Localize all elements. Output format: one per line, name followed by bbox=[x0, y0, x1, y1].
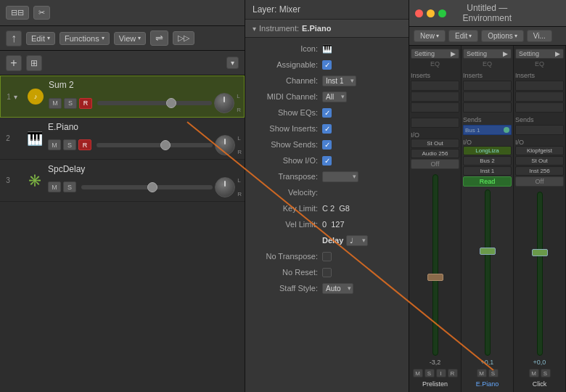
show-eqs-checkbox[interactable]: ✓ bbox=[322, 108, 332, 118]
prop-row-show-sends: Show Sends: ✓ bbox=[245, 136, 409, 152]
volume-fader-vertical[interactable] bbox=[485, 189, 491, 356]
no-reset-checkbox[interactable] bbox=[322, 268, 332, 277]
instrument-icon-display: 🎹 bbox=[322, 44, 332, 54]
solo-button[interactable]: S bbox=[63, 181, 76, 192]
record-button[interactable]: R bbox=[79, 98, 92, 109]
fader-channel: -3,2 bbox=[411, 171, 459, 367]
eq-label: EQ bbox=[535, 60, 544, 68]
mute-button[interactable]: M bbox=[477, 369, 487, 377]
volume-fader-vertical[interactable] bbox=[537, 192, 543, 356]
channel-select-wrapper: Inst 1 bbox=[322, 75, 356, 86]
delay-track-icon: ✳️ bbox=[25, 171, 45, 191]
midi-channel-select[interactable]: All bbox=[322, 91, 347, 102]
view-label: Vi... bbox=[533, 32, 546, 40]
functions-button[interactable]: Functions ▾ bbox=[60, 32, 110, 45]
mute-button[interactable]: M bbox=[413, 369, 423, 377]
delay-select[interactable]: ♩ bbox=[346, 235, 368, 246]
maximize-button[interactable] bbox=[438, 9, 446, 17]
staff-style-select[interactable]: Auto bbox=[322, 283, 353, 294]
edit-chevron-icon: ▾ bbox=[47, 35, 50, 41]
automation-off-button[interactable]: Off bbox=[411, 159, 459, 169]
insert-slot bbox=[515, 81, 564, 91]
mixer-channels: Setting ▶ EQ Inserts I/O St Out Audio 25… bbox=[409, 46, 566, 392]
lr-label: L R bbox=[237, 135, 242, 155]
close-button[interactable] bbox=[415, 9, 423, 17]
track-name: Sum 2 bbox=[49, 80, 241, 90]
mute-button[interactable]: M bbox=[48, 139, 61, 150]
solo-button[interactable]: S bbox=[488, 369, 499, 377]
fader-thumb bbox=[147, 182, 157, 192]
scissors-button[interactable]: ✂ bbox=[33, 6, 50, 20]
sliders-button[interactable]: ⊟⊟ bbox=[6, 6, 29, 20]
track-options-dropdown[interactable]: ▾ bbox=[226, 57, 239, 69]
layer-label: Layer: Mixer bbox=[253, 4, 300, 15]
channel-select[interactable]: Inst 1 bbox=[322, 75, 356, 86]
midi-button[interactable]: ▷▷ bbox=[173, 31, 194, 45]
view-menu-button[interactable]: Vi... bbox=[527, 30, 552, 42]
solo-button[interactable]: S bbox=[64, 98, 77, 109]
track-name: E.Piano bbox=[48, 122, 242, 132]
transpose-select-wrapper bbox=[322, 171, 358, 182]
prop-row-icon: Icon: 🎹 bbox=[245, 41, 409, 57]
volume-fader-vertical[interactable] bbox=[432, 174, 438, 356]
input-button[interactable]: I bbox=[436, 369, 446, 377]
options-chevron-icon: ▾ bbox=[514, 33, 517, 39]
pan-knob[interactable] bbox=[214, 93, 234, 113]
no-transpose-checkbox[interactable] bbox=[322, 252, 332, 261]
volume-fader[interactable] bbox=[97, 143, 213, 147]
show-sends-checkbox[interactable]: ✓ bbox=[322, 140, 332, 150]
volume-fader[interactable] bbox=[81, 185, 213, 189]
mute-button[interactable]: M bbox=[49, 98, 62, 109]
instrument-name: E.Piano bbox=[302, 24, 331, 33]
track-row[interactable]: 2 🎹 E.Piano M S R L bbox=[0, 118, 245, 160]
insert-slot bbox=[515, 91, 564, 102]
prop-row-channel: Channel: Inst 1 bbox=[245, 73, 409, 89]
minimize-button[interactable] bbox=[427, 9, 435, 17]
fader-value: -3,2 bbox=[430, 359, 441, 366]
show-io-checkbox[interactable]: ✓ bbox=[322, 156, 332, 166]
prop-label-midi-channel: MIDI Channel: bbox=[253, 92, 318, 101]
automation-off-button[interactable]: Off bbox=[515, 176, 564, 187]
transpose-select[interactable] bbox=[322, 171, 358, 182]
channel-name: Click bbox=[533, 380, 547, 388]
volume-fader[interactable] bbox=[97, 101, 212, 105]
edit-chevron-icon: ▾ bbox=[469, 33, 472, 39]
record-button[interactable]: R bbox=[78, 139, 91, 150]
show-inserts-checkbox[interactable]: ✓ bbox=[322, 124, 332, 134]
assignable-checkbox[interactable]: ✓ bbox=[322, 60, 332, 70]
arrow-up-button[interactable]: ↑ bbox=[6, 30, 22, 46]
channel-setting-button[interactable]: Setting ▶ bbox=[515, 49, 564, 59]
solo-button[interactable]: S bbox=[424, 369, 435, 377]
solo-button[interactable]: S bbox=[541, 369, 551, 377]
record-button[interactable]: R bbox=[448, 369, 458, 377]
channel-setting-button[interactable]: Setting ▶ bbox=[463, 49, 512, 59]
edit-menu-button[interactable]: Edit ▾ bbox=[448, 30, 478, 42]
functions-chevron-icon: ▾ bbox=[102, 35, 104, 41]
edit-label: Edit bbox=[455, 32, 467, 40]
track-info: Sum 2 M S R L R bbox=[49, 80, 241, 113]
mute-button[interactable]: M bbox=[48, 181, 61, 192]
add-track-button[interactable]: + bbox=[6, 55, 22, 71]
track-info: SpcDelay M S L R bbox=[48, 164, 242, 197]
add-folder-button[interactable]: ⊞ bbox=[26, 55, 42, 71]
link-button[interactable]: ⇌ bbox=[150, 30, 168, 46]
edit-button[interactable]: Edit ▾ bbox=[26, 32, 55, 45]
new-menu-button[interactable]: New ▾ bbox=[414, 30, 446, 42]
vel-limit-value: 0 127 bbox=[322, 220, 401, 229]
options-menu-button[interactable]: Options ▾ bbox=[481, 30, 523, 42]
solo-button[interactable]: S bbox=[63, 139, 76, 150]
prop-row-no-transpose: No Transpose: bbox=[245, 248, 409, 264]
track-row[interactable]: 1 ▾ ♪ Sum 2 M S R L bbox=[0, 75, 245, 118]
automation-read-button[interactable]: Read bbox=[463, 176, 512, 187]
setting-label: Setting bbox=[519, 50, 539, 57]
mute-button[interactable]: M bbox=[529, 369, 539, 377]
insert-slot bbox=[463, 102, 512, 113]
view-button[interactable]: View ▾ bbox=[114, 32, 147, 45]
track-row[interactable]: 3 ✳️ SpcDelay M S L bbox=[0, 160, 245, 202]
right-panel: Untitled — Environment New ▾ Edit ▾ Opti… bbox=[409, 0, 566, 392]
pan-knob[interactable] bbox=[215, 135, 235, 155]
channel-setting-button[interactable]: Setting ▶ bbox=[411, 49, 459, 59]
io-output1: Klopfgeist bbox=[515, 146, 564, 155]
fader-v-thumb bbox=[480, 248, 496, 255]
pan-knob[interactable] bbox=[215, 177, 235, 197]
